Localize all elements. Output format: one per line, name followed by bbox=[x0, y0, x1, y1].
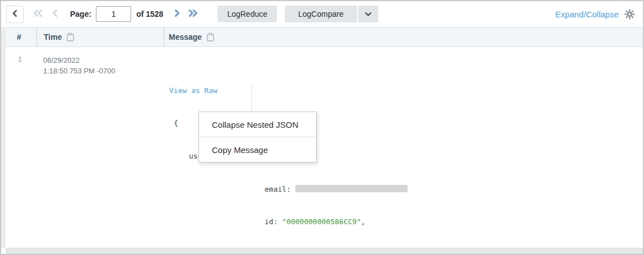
logcompare-dropdown-button[interactable] bbox=[358, 6, 378, 22]
context-menu: Collapse Nested JSON Copy Message bbox=[198, 112, 317, 163]
page-total: of 1528 bbox=[136, 10, 163, 18]
index-header-label: # bbox=[17, 33, 21, 41]
column-header-message[interactable]: Message bbox=[164, 27, 643, 47]
first-page-button[interactable] bbox=[33, 8, 44, 20]
row-time: 1:18:50.753 PM -0700 bbox=[43, 66, 164, 76]
menu-item-collapse-nested-json[interactable]: Collapse Nested JSON bbox=[199, 112, 316, 137]
copy-message-clipboard-icon[interactable] bbox=[207, 33, 214, 41]
chevron-left-icon bbox=[11, 9, 19, 20]
json-value-id: "0000000000586CC9" bbox=[282, 217, 361, 226]
horizontal-scrollbar[interactable] bbox=[6, 248, 643, 254]
row-index: 1 bbox=[6, 47, 36, 254]
redacted-value-bar bbox=[295, 185, 407, 192]
time-header-label: Time bbox=[44, 33, 62, 41]
pagination-toolbar: Page: of 1528 LogReduce LogCompare Expan… bbox=[1, 1, 643, 27]
row-date: 06/29/2022 bbox=[43, 55, 164, 66]
page-label: Page: bbox=[70, 10, 91, 18]
column-header-time[interactable]: Time bbox=[36, 27, 164, 47]
log-row: 1 06/29/2022 1:18:50.753 PM -0700 View a… bbox=[6, 47, 643, 254]
chevron-right-icon bbox=[173, 8, 180, 20]
settings-gear-icon[interactable] bbox=[624, 9, 635, 20]
results-table-header: # Time Message bbox=[6, 27, 643, 47]
log-results-panel: Page: of 1528 LogReduce LogCompare Expan… bbox=[0, 0, 644, 255]
next-page-button[interactable] bbox=[173, 8, 180, 20]
chevron-left-icon bbox=[52, 8, 59, 20]
json-open-brace: { bbox=[174, 119, 178, 127]
vertical-scrollbar[interactable] bbox=[1, 27, 6, 248]
prev-page-button[interactable] bbox=[52, 8, 59, 20]
page-input[interactable] bbox=[96, 6, 131, 22]
double-chevron-left-icon bbox=[33, 8, 44, 20]
logcompare-split-button: LogCompare bbox=[285, 6, 378, 22]
last-page-button[interactable] bbox=[187, 8, 198, 20]
column-header-index: # bbox=[6, 27, 36, 47]
logcompare-button[interactable]: LogCompare bbox=[285, 6, 357, 22]
double-chevron-right-icon bbox=[187, 8, 198, 20]
json-key-email: email bbox=[265, 185, 286, 193]
json-key-id: id bbox=[265, 217, 274, 226]
chevron-down-icon bbox=[364, 10, 372, 18]
message-header-label: Message bbox=[169, 33, 202, 41]
row-time-cell: 06/29/2022 1:18:50.753 PM -0700 bbox=[36, 47, 164, 254]
expand-collapse-link[interactable]: Expand/Collapse bbox=[555, 10, 619, 19]
menu-item-copy-message[interactable]: Copy Message bbox=[199, 137, 316, 162]
copy-time-clipboard-icon[interactable] bbox=[67, 33, 74, 41]
back-button[interactable] bbox=[6, 6, 24, 23]
logreduce-button[interactable]: LogReduce bbox=[217, 6, 277, 22]
view-as-raw-link[interactable]: View as Raw bbox=[169, 86, 217, 95]
